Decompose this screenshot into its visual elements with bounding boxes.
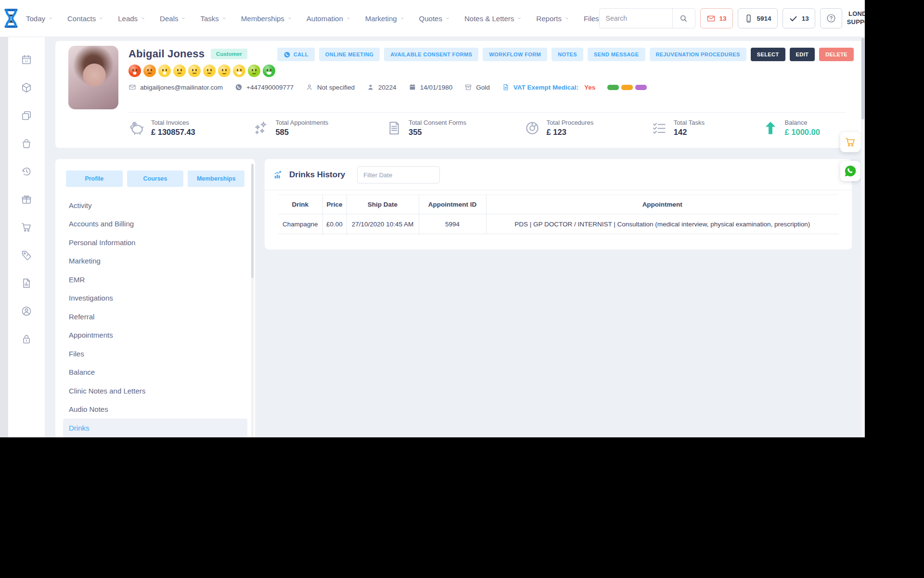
mood-emoji-5-icon[interactable] <box>188 65 201 77</box>
menu-item-investigations[interactable]: Investigations <box>63 289 247 308</box>
stat-label: Total Invoices <box>151 119 195 126</box>
sidebar-support-icon[interactable] <box>21 305 32 317</box>
badge-check-button[interactable]: 13 <box>783 8 815 28</box>
mood-emoji-1-icon[interactable] <box>128 65 141 77</box>
sidebar-lock-icon[interactable] <box>21 333 32 345</box>
tab-courses[interactable]: Courses <box>127 171 184 187</box>
nav-item-marketing[interactable]: Marketing <box>365 14 405 23</box>
badge-count: 13 <box>802 15 809 22</box>
nav-item-deals[interactable]: Deals <box>160 14 186 23</box>
mood-emoji-4-icon[interactable] <box>173 65 186 77</box>
button-label: AVAILABLE CONSENT FORMS <box>390 52 472 57</box>
menu-item-audio-notes[interactable]: Audio Notes <box>63 400 247 419</box>
nav-item-leads[interactable]: Leads <box>118 14 145 23</box>
sidebar-price-tag-icon[interactable] <box>21 250 32 261</box>
notification-badges: 13591413 <box>700 8 815 28</box>
menu-item-files[interactable]: Files <box>63 344 247 363</box>
workflow-form-button[interactable]: WORKFLOW FORM <box>483 48 547 61</box>
menu-item-appointments[interactable]: Appointments <box>63 326 247 345</box>
sidebar-cart-icon[interactable] <box>21 222 32 233</box>
sidebar-calendar-icon[interactable]: 12 <box>21 54 32 66</box>
table-cell: PDS | GP DOCTOR / INTERNIST | Consultati… <box>486 214 838 234</box>
select-button[interactable]: SELECT <box>751 48 785 61</box>
stat-value: 355 <box>409 128 466 137</box>
online-meeting-button[interactable]: ONLINE MEETING <box>319 48 380 61</box>
menu-item-drinks[interactable]: Drinks <box>63 419 247 437</box>
badge-envelope-button[interactable]: 13 <box>700 8 733 28</box>
page-scrollbar[interactable] <box>861 37 865 437</box>
tab-profile[interactable]: Profile <box>66 171 123 187</box>
file-icon <box>502 83 510 91</box>
menu-item-balance[interactable]: Balance <box>63 363 247 382</box>
mood-emoji-2-icon[interactable] <box>143 65 156 77</box>
floating-cart-button[interactable] <box>840 132 860 152</box>
menu-item-clinic-notes-and-letters[interactable]: Clinic Notes and Letters <box>63 381 247 400</box>
sidebar-basket-icon[interactable] <box>21 138 32 149</box>
mood-emoji-6-icon[interactable] <box>203 65 216 77</box>
page-scrollbar-thumb[interactable] <box>861 38 864 119</box>
gift-icon <box>21 194 32 205</box>
client-stats: Total Invoices£ 130857.43Total Appointme… <box>128 119 820 137</box>
call-button[interactable]: CALL <box>277 48 315 61</box>
nav-item-files[interactable]: Files <box>584 14 599 23</box>
profile-tabs: ProfileCoursesMemberships <box>66 171 244 187</box>
sidebar-report-icon[interactable] <box>21 277 32 289</box>
badge-mobile-button[interactable]: 5914 <box>738 8 778 28</box>
sidebar-package-icon[interactable] <box>21 82 32 93</box>
chevron-down-icon <box>400 16 405 21</box>
contact-value: Gold <box>476 84 490 91</box>
mood-emoji-3-icon[interactable] <box>158 65 171 77</box>
menu-item-marketing[interactable]: Marketing <box>63 252 247 271</box>
rejuvenation-procedures-button[interactable]: REJUVENATION PROCEDURES <box>650 48 746 61</box>
nav-item-notes-letters[interactable]: Notes & Letters <box>464 14 522 23</box>
menu-item-activity[interactable]: Activity <box>63 196 247 215</box>
task-list-icon <box>651 120 667 136</box>
filter-date-input[interactable] <box>357 166 440 184</box>
stat-value: £ 1000.00 <box>785 128 820 137</box>
tab-memberships[interactable]: Memberships <box>188 171 244 187</box>
nav-item-reports[interactable]: Reports <box>536 14 569 23</box>
help-button[interactable] <box>820 8 842 28</box>
chevron-down-icon <box>287 16 292 21</box>
app-logo[interactable] <box>0 7 22 29</box>
sidebar-gift-icon[interactable] <box>21 194 32 205</box>
search-button[interactable] <box>672 9 695 28</box>
mood-emoji-10-icon[interactable] <box>263 65 275 77</box>
client-name: Abigail Joness <box>128 48 205 60</box>
stat-total-procedures: Total Procedures£ 123 <box>524 119 594 137</box>
stat-value: 585 <box>275 128 328 137</box>
menu-item-personal-information[interactable]: Personal Information <box>63 233 247 252</box>
panel-scrollbar-thumb[interactable] <box>251 164 254 278</box>
mood-emoji-7-icon[interactable] <box>218 65 231 77</box>
nav-item-automation[interactable]: Automation <box>307 14 351 23</box>
mood-emoji-8-icon[interactable] <box>233 65 245 77</box>
nav-item-memberships[interactable]: Memberships <box>241 14 292 23</box>
edit-button[interactable]: EDIT <box>790 48 815 61</box>
notes-button[interactable]: NOTES <box>552 48 583 61</box>
client-photo[interactable] <box>68 46 118 109</box>
floating-whatsapp-button[interactable] <box>840 161 860 181</box>
menu-item-accounts-and-billing[interactable]: Accounts and Billing <box>63 215 247 234</box>
mood-emoji-9-icon[interactable] <box>248 65 260 77</box>
send-message-button[interactable]: SEND MESSAGE <box>588 48 645 61</box>
nav-label: Deals <box>160 14 178 23</box>
panel-scrollbar[interactable] <box>251 164 254 437</box>
chevron-down-icon <box>346 16 351 21</box>
nav-item-quotes[interactable]: Quotes <box>419 14 450 23</box>
chevron-down-icon <box>48 16 53 21</box>
client-tag-1 <box>607 85 619 90</box>
nav-item-contacts[interactable]: Contacts <box>67 14 103 23</box>
sidebar-pages-icon[interactable] <box>21 110 32 121</box>
menu-item-emr[interactable]: EMR <box>63 270 247 289</box>
table-row[interactable]: Champagne£0.0027/10/2020 10:45 AM5994PDS… <box>278 214 838 234</box>
search-input[interactable] <box>600 9 672 28</box>
stat-total-consent-forms: Total Consent Forms355 <box>386 119 466 137</box>
menu-item-referral[interactable]: Referral <box>63 307 247 326</box>
card-icon <box>464 83 472 91</box>
nav-item-tasks[interactable]: Tasks <box>200 14 226 23</box>
delete-button[interactable]: DELETE <box>819 48 854 61</box>
panel-title: Drinks History <box>289 170 345 180</box>
available-consent-forms-button[interactable]: AVAILABLE CONSENT FORMS <box>384 48 478 61</box>
nav-item-today[interactable]: Today <box>26 14 53 23</box>
sidebar-history-icon[interactable] <box>21 166 32 177</box>
